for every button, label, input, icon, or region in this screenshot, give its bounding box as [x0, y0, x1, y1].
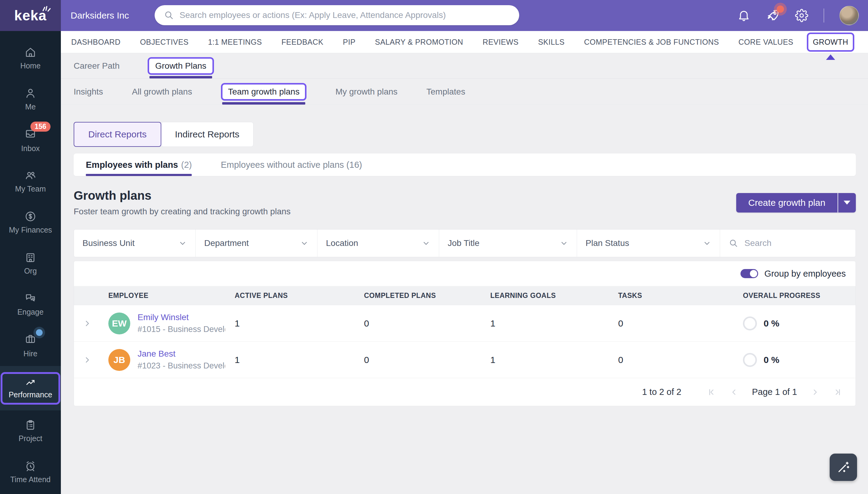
first-page-button[interactable] [707, 387, 716, 397]
hire-notification-dot [36, 329, 42, 336]
col-header-learning-goals: LEARNING GOALS [490, 291, 618, 300]
sidebar-item-home[interactable]: Home [0, 38, 61, 79]
notifications-bell-button[interactable] [737, 9, 751, 22]
filter-search-input[interactable] [744, 238, 854, 248]
table-row[interactable]: JB Jane Best #1023 - Business Develop 1 … [74, 341, 855, 378]
tab-skills[interactable]: SKILLS [538, 38, 564, 46]
last-page-button[interactable] [833, 387, 842, 397]
tab-core-values[interactable]: CORE VALUES [738, 38, 793, 46]
clipboard-icon [24, 419, 37, 431]
pagination-row: 1 to 2 of 2 Page 1 of 1 [74, 378, 855, 406]
active-plans-value: 1 [235, 355, 364, 365]
sidebar-item-label: Hire [23, 349, 37, 358]
engage-chat-icon [24, 292, 37, 305]
tab-all-growth-plans[interactable]: All growth plans [132, 79, 192, 104]
filter-plan-status[interactable]: Plan Status [577, 229, 720, 257]
tab-team-growth-plans[interactable]: Team growth plans [221, 79, 306, 104]
overall-progress-cell: 0 % [743, 353, 855, 367]
tab-growth[interactable]: GROWTH [813, 38, 848, 46]
sidebar-item-my-team[interactable]: My Team [0, 161, 61, 202]
performance-annotation-box: Performance [1, 372, 60, 405]
group-by-employees-toggle[interactable] [740, 269, 758, 278]
pagination-page-label: Page 1 of 1 [752, 387, 797, 397]
filter-job-title[interactable]: Job Title [439, 229, 577, 257]
inbox-badge: 156 [31, 121, 51, 132]
group-by-row: Group by employees [74, 261, 855, 286]
tab-pip[interactable]: PIP [343, 38, 356, 46]
tab-reviews[interactable]: REVIEWS [483, 38, 519, 46]
chevron-down-icon [560, 239, 568, 247]
subnav-growth-plans[interactable]: Growth Plans [148, 53, 214, 78]
indirect-reports-button[interactable]: Indirect Reports [161, 122, 254, 147]
sidebar-items: Home Me 156 Inbox My Team My Finances [0, 31, 61, 493]
chevron-right-icon [83, 319, 92, 328]
tab-1-1-meetings[interactable]: 1:1 MEETINGS [208, 38, 262, 46]
filter-department[interactable]: Department [196, 229, 318, 257]
sidebar-item-label: Time Attend [10, 475, 51, 484]
row-expander[interactable] [74, 319, 101, 328]
search-icon [729, 238, 738, 248]
tab-templates[interactable]: Templates [427, 79, 465, 104]
sidebar-item-hire[interactable]: Hire [0, 325, 61, 366]
employee-name-link[interactable]: Emily Winslet [138, 312, 225, 322]
keka-logo[interactable]: keka [0, 0, 61, 31]
next-page-button[interactable] [811, 387, 820, 397]
employee-name-link[interactable]: Jane Best [138, 349, 225, 359]
sidebar-item-inbox[interactable]: 156 Inbox [0, 120, 61, 161]
filter-search[interactable] [720, 229, 863, 257]
team-icon [24, 169, 37, 182]
filter-location[interactable]: Location [318, 229, 439, 257]
sidebar-item-label: Inbox [21, 144, 40, 153]
table-header-row: EMPLOYEE ACTIVE PLANS COMPLETED PLANS LE… [74, 286, 855, 305]
sidebar-item-org[interactable]: Org [0, 243, 61, 284]
topbar-icons [737, 0, 859, 31]
tab-dashboard[interactable]: DASHBOARD [71, 38, 121, 46]
sidebar: keka Home Me 156 Inbox My Team [0, 0, 61, 494]
global-search[interactable] [155, 5, 519, 25]
row-expander[interactable] [74, 355, 101, 364]
tab-objectives[interactable]: OBJECTIVES [140, 38, 189, 46]
tab-feedback[interactable]: FEEDBACK [282, 38, 324, 46]
sidebar-item-me[interactable]: Me [0, 79, 61, 120]
create-growth-plan-dropdown[interactable] [838, 193, 856, 212]
previous-page-button[interactable] [729, 387, 739, 397]
page-subtitle: Foster team growth by creating and track… [74, 207, 291, 216]
employee-detail: #1023 - Business Develop [138, 361, 225, 370]
sidebar-item-engage[interactable]: Engage [0, 284, 61, 325]
global-search-input[interactable] [180, 10, 510, 20]
magic-assistant-button[interactable] [830, 454, 857, 481]
employee-text: Emily Winslet #1015 - Business Develop [138, 312, 225, 334]
rocket-notification-dot [777, 5, 784, 13]
page-title-row: Growth plans Foster team growth by creat… [74, 189, 856, 216]
create-growth-plan-button[interactable]: Create growth plan [736, 193, 837, 212]
progress-ring [743, 317, 757, 330]
inbox-icon-wrap: 156 [24, 128, 37, 141]
create-growth-plan-split-button: Create growth plan [736, 193, 856, 212]
progress-value: 0 % [764, 355, 779, 365]
user-icon [24, 87, 37, 99]
whats-new-rocket-button[interactable] [766, 8, 780, 22]
employee-cell: EW Emily Winslet #1015 - Business Develo… [101, 312, 235, 335]
tab-employees-without-plans[interactable]: Employees without active plans (16) [221, 153, 362, 176]
user-avatar[interactable] [839, 6, 859, 25]
tab-salary-promotion[interactable]: SALARY & PROMOTION [375, 38, 463, 46]
tab-my-growth-plans[interactable]: My growth plans [336, 79, 397, 104]
filter-business-unit[interactable]: Business Unit [74, 229, 196, 257]
tab-employees-with-plans[interactable]: Employees with plans (2) [86, 153, 192, 176]
sidebar-item-label: My Team [15, 185, 46, 193]
avatar: EW [108, 312, 130, 335]
growth-plans-tabs: Insights All growth plans Team growth pl… [61, 79, 868, 105]
tab-competencies-job-functions[interactable]: COMPETENCIES & JOB FUNCTIONS [584, 38, 719, 46]
sidebar-item-label: Org [24, 267, 37, 276]
sidebar-item-performance[interactable]: Performance [0, 366, 61, 411]
direct-reports-button[interactable]: Direct Reports [74, 122, 161, 147]
sidebar-item-project[interactable]: Project [0, 411, 61, 452]
sidebar-item-time-attend[interactable]: Time Attend [0, 452, 61, 493]
sidebar-item-my-finances[interactable]: My Finances [0, 202, 61, 243]
trend-up-icon [24, 377, 37, 388]
subnav-career-path[interactable]: Career Path [74, 53, 120, 78]
chevron-down-icon [422, 239, 430, 247]
table-row[interactable]: EW Emily Winslet #1015 - Business Develo… [74, 305, 855, 341]
settings-gear-button[interactable] [795, 9, 808, 22]
tab-insights[interactable]: Insights [74, 79, 103, 104]
